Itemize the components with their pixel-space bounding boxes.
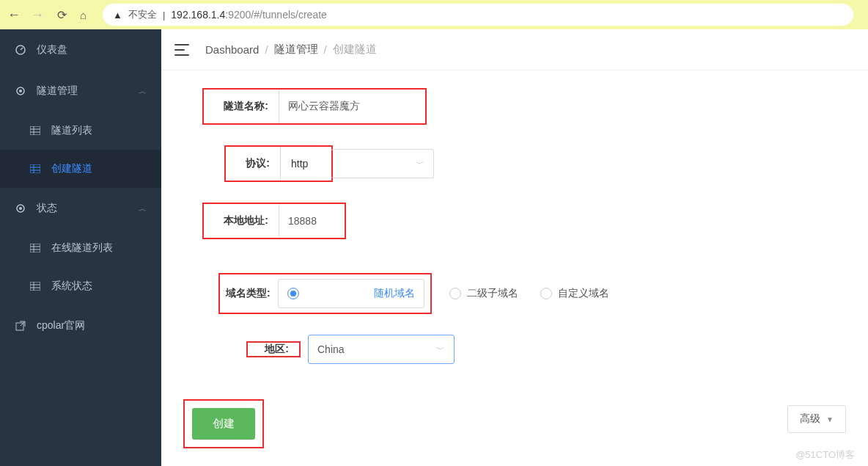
- sidebar-sub-tunnel-list[interactable]: 隧道列表: [0, 112, 161, 150]
- radio-dot-icon: [287, 288, 299, 299]
- app-layout: 仪表盘 隧道管理 ︿ 隧道列表 创建隧道 状态 ︿: [0, 29, 868, 466]
- breadcrumb-current: 创建隧道: [333, 43, 377, 57]
- region-value: China: [317, 343, 345, 355]
- svg-point-2: [19, 90, 22, 92]
- chevron-up-icon: ︿: [139, 86, 147, 97]
- protocol-select[interactable]: ﹀: [331, 149, 434, 178]
- local-address-input[interactable]: [279, 204, 345, 238]
- menu-toggle-icon[interactable]: [174, 44, 189, 56]
- sidebar-sub-label: 创建隧道: [51, 162, 92, 175]
- url-port: :9200: [225, 9, 251, 21]
- gear-icon: [15, 203, 26, 214]
- gear-icon: [15, 85, 26, 97]
- sidebar-sub-system-status[interactable]: 系统状态: [0, 267, 161, 305]
- protocol-value: http: [280, 147, 331, 181]
- grid-icon: [29, 280, 41, 292]
- svg-point-12: [19, 207, 22, 210]
- domain-extra-radios: 二级子域名 自定义域名: [449, 287, 609, 300]
- home-button[interactable]: ⌂: [80, 9, 87, 21]
- forward-button[interactable]: →: [31, 7, 44, 23]
- tunnel-name-input[interactable]: [279, 90, 425, 123]
- svg-rect-3: [30, 126, 40, 135]
- row-protocol: 协议: http ﹀: [224, 145, 846, 182]
- address-separator: |: [163, 10, 165, 21]
- domain-type-label: 域名类型:: [226, 287, 271, 300]
- sidebar: 仪表盘 隧道管理 ︿ 隧道列表 创建隧道 状态 ︿: [0, 29, 161, 466]
- breadcrumb-separator: /: [265, 43, 268, 56]
- chevron-up-icon: ︿: [139, 203, 147, 214]
- external-link-icon: [15, 320, 26, 332]
- sidebar-item-label: 隧道管理: [37, 84, 78, 98]
- protocol-label: 协议:: [226, 157, 270, 170]
- row-domain-type: 域名类型: 随机域名 二级子域名 自定义域名: [218, 273, 846, 314]
- chevron-down-icon: ﹀: [436, 343, 445, 356]
- radio-label: 二级子域名: [467, 287, 518, 300]
- sidebar-item-dashboard[interactable]: 仪表盘: [0, 29, 161, 70]
- browser-toolbar: ← → ⟳ ⌂ ▲ 不安全 | 192.168.1.4:9200/#/tunne…: [0, 0, 868, 29]
- row-tunnel-name: 隧道名称:: [202, 88, 846, 125]
- row-local-address: 本地地址:: [202, 203, 846, 239]
- highlight-box: 域名类型: 随机域名: [218, 273, 432, 314]
- svg-rect-7: [30, 164, 40, 173]
- advanced-button[interactable]: 高级 ▼: [787, 405, 846, 433]
- url-path: /#/tunnels/create: [251, 9, 327, 21]
- dashboard-icon: [15, 44, 26, 56]
- create-button[interactable]: 创建: [192, 408, 255, 440]
- back-button[interactable]: ←: [7, 7, 21, 23]
- radio-random-domain[interactable]: 随机域名: [278, 279, 424, 308]
- breadcrumb-tunnel-mgmt[interactable]: 隧道管理: [274, 43, 318, 57]
- svg-rect-17: [30, 282, 40, 291]
- form-area: 隧道名称: 协议: http ﹀ 本地地址:: [161, 70, 868, 466]
- watermark: @51CTO博客: [795, 448, 855, 462]
- highlight-box: 地区:: [246, 341, 301, 357]
- region-label: 地区:: [248, 343, 289, 356]
- region-select[interactable]: China ﹀: [308, 335, 455, 364]
- advanced-label: 高级: [800, 412, 820, 426]
- sidebar-sub-online-tunnels[interactable]: 在线隧道列表: [0, 229, 161, 267]
- svg-rect-13: [30, 244, 40, 252]
- grid-icon: [29, 242, 41, 254]
- radio-dot-icon: [540, 288, 552, 299]
- highlight-box: 协议: http: [224, 145, 333, 182]
- sidebar-item-status[interactable]: 状态 ︿: [0, 188, 161, 229]
- local-address-label: 本地地址:: [204, 214, 268, 227]
- row-region: 地区: China ﹀: [246, 335, 846, 364]
- breadcrumb-separator: /: [324, 43, 327, 56]
- sidebar-sub-label: 系统状态: [51, 280, 92, 293]
- radio-secondary-domain[interactable]: 二级子域名: [449, 287, 518, 300]
- sidebar-sub-create-tunnel[interactable]: 创建隧道: [0, 150, 161, 188]
- insecure-icon: ▲: [113, 10, 122, 21]
- sidebar-sub-label: 隧道列表: [51, 124, 92, 137]
- url-text: 192.168.1.4:9200/#/tunnels/create: [171, 9, 327, 21]
- grid-icon: [29, 125, 41, 136]
- sidebar-sub-label: 在线隧道列表: [51, 241, 113, 255]
- topbar: Dashboard / 隧道管理 / 创建隧道: [161, 29, 868, 70]
- caret-down-icon: ▼: [826, 415, 834, 423]
- highlight-box: 隧道名称:: [202, 88, 427, 125]
- highlight-box: 创建: [183, 399, 264, 448]
- radio-dot-icon: [449, 288, 461, 299]
- sidebar-item-label: cpolar官网: [37, 319, 85, 332]
- main-content: Dashboard / 隧道管理 / 创建隧道 隧道名称: 协议: http: [161, 29, 868, 466]
- insecure-label: 不安全: [128, 8, 157, 21]
- highlight-box: 本地地址:: [202, 203, 346, 239]
- reload-button[interactable]: ⟳: [57, 8, 67, 22]
- radio-label: 自定义域名: [558, 287, 609, 300]
- tunnel-name-label: 隧道名称:: [204, 100, 268, 113]
- grid-icon: [29, 163, 41, 175]
- url-host: 192.168.1.4: [171, 9, 225, 21]
- sidebar-item-label: 状态: [37, 202, 57, 215]
- address-bar[interactable]: ▲ 不安全 | 192.168.1.4:9200/#/tunnels/creat…: [103, 4, 853, 26]
- sidebar-item-label: 仪表盘: [37, 43, 67, 57]
- sidebar-item-tunnel-management[interactable]: 隧道管理 ︿: [0, 70, 161, 112]
- radio-label: 随机域名: [374, 287, 415, 300]
- sidebar-item-cpolar-site[interactable]: cpolar官网: [0, 305, 161, 346]
- radio-custom-domain[interactable]: 自定义域名: [540, 287, 609, 300]
- chevron-down-icon: ﹀: [416, 158, 424, 170]
- breadcrumb: Dashboard / 隧道管理 / 创建隧道: [205, 43, 377, 57]
- breadcrumb-dashboard[interactable]: Dashboard: [205, 43, 259, 56]
